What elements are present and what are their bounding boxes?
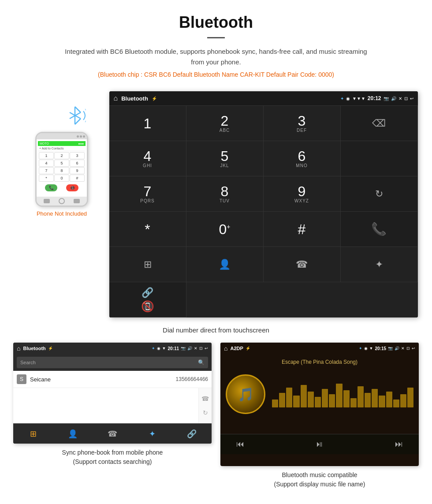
pb-contact-row[interactable]: S Seicane 13566664466 [13,371,212,388]
phone-menu-btn[interactable] [74,199,80,203]
phone-key-2[interactable]: 2 [54,152,69,159]
music-bt-icon: ✦ [359,346,362,351]
pb-search-placeholder: Search [20,360,198,365]
music-skip-next[interactable]: ⏭ [379,434,419,454]
phone-key-8[interactable]: 8 [54,167,69,174]
home-icon[interactable]: ⌂ [114,94,118,102]
phonebook-card: ⌂ Bluetooth ⚡ ✦ ◉ ▼ 20:11 📷 🔊 ✕ ⊡ ↩ Sear… [13,343,212,489]
usb-icon: ⚡ [152,96,157,101]
pb-side-phone-icon[interactable]: ☎ [201,395,209,402]
phone-key-3[interactable]: 3 [70,152,85,159]
key-1-main: 1 [144,116,152,131]
volume-icon[interactable]: 🔊 [391,96,396,101]
phone-carrier: MOTO [40,142,49,145]
key-call-green[interactable]: 📞 [341,212,418,247]
pb-home-icon[interactable]: ⌂ [17,345,20,352]
music-skip-prev[interactable]: ⏮ [220,434,260,454]
key-8[interactable]: 8 TUV [186,176,264,212]
key-4-sub: GHI [143,163,152,168]
music-back-icon[interactable]: ↩ [412,346,415,351]
key-5[interactable]: 5 JKL [186,141,264,176]
phone-key-6[interactable]: 6 [70,160,85,167]
key-2-main: 2 [221,114,229,128]
pb-search-icon[interactable]: 🔍 [198,359,205,366]
call-red-icon[interactable]: 📵 [141,300,154,313]
key-7[interactable]: 7 PQRS [109,176,186,212]
phone-outline-icon: ☎ [296,259,308,270]
key-9[interactable]: 9 WXYZ [264,176,341,212]
page-header: Bluetooth Integrated with BC6 Bluetooth … [0,0,432,91]
music-note-icon: 🎵 [238,387,254,402]
pb-search-bar[interactable]: Search 🔍 [17,357,208,368]
phone-home-btn[interactable] [59,198,65,204]
fullscreen-icon[interactable]: ⊡ [404,96,408,101]
music-close-icon[interactable]: ✕ [401,346,405,351]
phone-key-9[interactable]: 9 [70,167,85,174]
music-bar-10 [336,384,342,407]
pb-vol-icon: 🔊 [187,346,192,351]
location-icon: ◉ [346,96,350,101]
key-hash[interactable]: # [264,212,341,247]
pb-close-icon[interactable]: ✕ [194,346,197,351]
phone-key-4[interactable]: 4 [39,160,54,167]
music-empty-1 [260,434,300,454]
phone-key-hash[interactable]: # [70,175,85,182]
key-contact[interactable]: 👤 [186,247,264,282]
music-bar-2 [279,393,285,407]
phone-key-0[interactable]: 0 [54,175,69,182]
phone-call-btn[interactable]: 📞 [45,184,57,191]
key-6[interactable]: 6 MNO [264,141,341,176]
phonebook-caption: Sync phone-book from mobile phone (Suppo… [13,448,212,467]
pb-nav-contact[interactable]: 👤 [53,424,93,444]
pb-nav-grid[interactable]: ⊞ [13,424,53,444]
pb-nav-link[interactable]: 🔗 [172,424,212,444]
keypad-area: 1 2 ABC 3 DEF ⌫ 4 GHI 5 JKL [109,105,418,317]
dial-status-bar: ⌂ Bluetooth ⚡ ✦ ◉ ▼▼▼ 20:12 📷 🔊 ✕ ⊡ ↩ [109,91,418,105]
music-bar-11 [343,390,350,407]
key-2-sub: ABC [220,128,230,133]
key-phone-outline[interactable]: ☎ [264,247,341,282]
phone-key-star[interactable]: * [39,175,54,182]
camera-icon[interactable]: 📷 [384,96,389,101]
key-backspace[interactable]: ⌫ [341,106,418,141]
phone-back-btn[interactable] [44,199,50,203]
key-0[interactable]: 0+ [186,212,264,247]
status-time: 20:12 [368,95,381,101]
back-icon[interactable]: ↩ [410,96,413,101]
key-refresh[interactable]: ↻ [341,176,418,212]
music-full-icon[interactable]: ⊡ [406,346,410,351]
phone-end-btn[interactable]: 📵 [66,184,78,191]
phone-keypad: 1 2 3 4 5 6 7 8 9 * 0 # [38,151,86,183]
music-home-icon[interactable]: ⌂ [224,345,227,352]
music-play-pause[interactable]: ⏯ [300,434,339,454]
key-star[interactable]: * [109,212,186,247]
key-2[interactable]: 2 ABC [186,106,264,141]
music-bar-17 [386,392,392,407]
phone-body: MOTO ●●● + Add to Contacts 1 2 3 4 5 6 7… [35,132,88,207]
phone-key-1[interactable]: 1 [39,152,54,159]
key-grid[interactable]: ⊞ [109,247,186,282]
music-cam-icon: 📷 [388,346,393,351]
pb-back-icon[interactable]: ↩ [205,346,208,351]
pb-content-area: ☎ ↻ [13,388,212,423]
music-bar-15 [372,389,378,407]
key-bt[interactable]: ✦ [341,247,418,282]
link-icon[interactable]: 🔗 [142,287,153,299]
pb-full-icon[interactable]: ⊡ [199,346,203,351]
close-icon[interactable]: ✕ [398,96,402,101]
pb-nav-bt[interactable]: ✦ [132,424,172,444]
music-time: 20:15 [375,346,386,351]
phone-key-5[interactable]: 5 [54,160,69,167]
key-3[interactable]: 3 DEF [264,106,341,141]
phone-key-7[interactable]: 7 [39,167,54,174]
key-9-main: 9 [298,184,306,198]
key-1[interactable]: 1 [109,106,186,141]
music-bar-1 [272,399,278,407]
bottom-screenshots: ⌂ Bluetooth ⚡ ✦ ◉ ▼ 20:11 📷 🔊 ✕ ⊡ ↩ Sear… [0,343,432,502]
key-5-main: 5 [221,149,229,163]
pb-nav-phone[interactable]: ☎ [93,424,132,444]
key-7-main: 7 [144,184,152,198]
pb-side-refresh-icon[interactable]: ↻ [203,409,208,416]
phone-dot [80,135,82,138]
key-4[interactable]: 4 GHI [109,141,186,176]
